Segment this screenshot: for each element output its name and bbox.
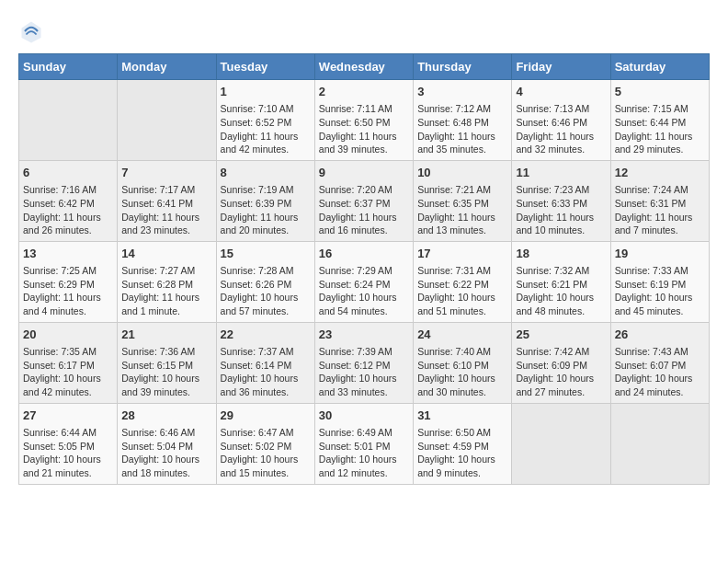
day-of-week-header: Thursday <box>414 54 512 80</box>
day-number: 23 <box>319 327 409 343</box>
day-sun-info: Sunrise: 7:32 AMSunset: 6:21 PMDaylight:… <box>516 264 606 318</box>
day-sun-info: Sunrise: 7:21 AMSunset: 6:35 PMDaylight:… <box>417 183 507 237</box>
day-sun-info: Sunrise: 7:20 AMSunset: 6:37 PMDaylight:… <box>319 183 409 237</box>
day-sun-info: Sunrise: 7:23 AMSunset: 6:33 PMDaylight:… <box>516 183 606 237</box>
day-number: 1 <box>221 84 311 100</box>
day-number: 31 <box>417 408 507 424</box>
day-sun-info: Sunrise: 7:16 AMSunset: 6:42 PMDaylight:… <box>23 183 113 237</box>
calendar-week-row: 13Sunrise: 7:25 AMSunset: 6:29 PMDayligh… <box>19 241 710 322</box>
day-number: 24 <box>417 327 507 343</box>
day-sun-info: Sunrise: 7:33 AMSunset: 6:19 PMDaylight:… <box>615 264 705 318</box>
day-sun-info: Sunrise: 7:12 AMSunset: 6:48 PMDaylight:… <box>417 102 507 156</box>
calendar-week-row: 6Sunrise: 7:16 AMSunset: 6:42 PMDaylight… <box>19 160 710 241</box>
calendar-cell: 18Sunrise: 7:32 AMSunset: 6:21 PMDayligh… <box>512 241 610 322</box>
day-number: 22 <box>221 327 311 343</box>
calendar-cell <box>19 80 118 161</box>
day-number: 20 <box>23 327 113 343</box>
day-sun-info: Sunrise: 7:39 AMSunset: 6:12 PMDaylight:… <box>319 345 409 399</box>
day-number: 28 <box>121 408 211 424</box>
day-number: 12 <box>615 165 705 181</box>
calendar-cell: 28Sunrise: 6:46 AMSunset: 5:04 PMDayligh… <box>118 403 216 484</box>
day-number: 18 <box>516 246 606 262</box>
calendar-cell: 13Sunrise: 7:25 AMSunset: 6:29 PMDayligh… <box>19 241 118 322</box>
day-number: 6 <box>23 165 113 181</box>
day-number: 11 <box>516 165 606 181</box>
calendar-cell: 6Sunrise: 7:16 AMSunset: 6:42 PMDaylight… <box>19 160 118 241</box>
day-sun-info: Sunrise: 7:24 AMSunset: 6:31 PMDaylight:… <box>615 183 705 237</box>
calendar-cell: 21Sunrise: 7:36 AMSunset: 6:15 PMDayligh… <box>118 322 216 403</box>
day-sun-info: Sunrise: 7:28 AMSunset: 6:26 PMDaylight:… <box>221 264 311 318</box>
calendar-cell: 7Sunrise: 7:17 AMSunset: 6:41 PMDaylight… <box>118 160 216 241</box>
calendar-week-row: 20Sunrise: 7:35 AMSunset: 6:17 PMDayligh… <box>19 322 710 403</box>
day-of-week-header: Tuesday <box>216 54 314 80</box>
calendar-week-row: 1Sunrise: 7:10 AMSunset: 6:52 PMDaylight… <box>19 80 710 161</box>
calendar-cell: 30Sunrise: 6:49 AMSunset: 5:01 PMDayligh… <box>314 403 413 484</box>
day-number: 9 <box>319 165 409 181</box>
logo-icon <box>18 18 44 44</box>
calendar-cell: 8Sunrise: 7:19 AMSunset: 6:39 PMDaylight… <box>216 160 314 241</box>
day-sun-info: Sunrise: 6:46 AMSunset: 5:04 PMDaylight:… <box>121 426 211 480</box>
calendar-cell: 26Sunrise: 7:43 AMSunset: 6:07 PMDayligh… <box>610 322 709 403</box>
day-sun-info: Sunrise: 7:42 AMSunset: 6:09 PMDaylight:… <box>516 345 606 399</box>
day-number: 8 <box>221 165 311 181</box>
day-number: 4 <box>516 84 606 100</box>
calendar-cell: 9Sunrise: 7:20 AMSunset: 6:37 PMDaylight… <box>314 160 413 241</box>
day-number: 3 <box>417 84 507 100</box>
calendar-cell: 20Sunrise: 7:35 AMSunset: 6:17 PMDayligh… <box>19 322 118 403</box>
day-of-week-header: Wednesday <box>314 54 413 80</box>
calendar-cell: 29Sunrise: 6:47 AMSunset: 5:02 PMDayligh… <box>216 403 314 484</box>
svg-marker-0 <box>22 22 41 43</box>
calendar-cell: 14Sunrise: 7:27 AMSunset: 6:28 PMDayligh… <box>118 241 216 322</box>
day-number: 16 <box>319 246 409 262</box>
calendar-cell: 19Sunrise: 7:33 AMSunset: 6:19 PMDayligh… <box>610 241 709 322</box>
day-number: 14 <box>121 246 211 262</box>
calendar-cell: 10Sunrise: 7:21 AMSunset: 6:35 PMDayligh… <box>414 160 512 241</box>
day-sun-info: Sunrise: 7:37 AMSunset: 6:14 PMDaylight:… <box>221 345 311 399</box>
day-sun-info: Sunrise: 7:13 AMSunset: 6:46 PMDaylight:… <box>516 102 606 156</box>
logo <box>18 18 48 44</box>
day-number: 30 <box>319 408 409 424</box>
calendar-cell: 22Sunrise: 7:37 AMSunset: 6:14 PMDayligh… <box>216 322 314 403</box>
day-number: 25 <box>516 327 606 343</box>
calendar-cell: 25Sunrise: 7:42 AMSunset: 6:09 PMDayligh… <box>512 322 610 403</box>
day-sun-info: Sunrise: 6:49 AMSunset: 5:01 PMDaylight:… <box>319 426 409 480</box>
page-header <box>18 18 710 44</box>
day-sun-info: Sunrise: 7:40 AMSunset: 6:10 PMDaylight:… <box>417 345 507 399</box>
calendar-cell <box>118 80 216 161</box>
day-sun-info: Sunrise: 7:25 AMSunset: 6:29 PMDaylight:… <box>23 264 113 318</box>
day-sun-info: Sunrise: 7:43 AMSunset: 6:07 PMDaylight:… <box>615 345 705 399</box>
day-number: 17 <box>417 246 507 262</box>
calendar-cell <box>610 403 709 484</box>
day-sun-info: Sunrise: 7:15 AMSunset: 6:44 PMDaylight:… <box>615 102 705 156</box>
day-of-week-header: Monday <box>118 54 216 80</box>
day-sun-info: Sunrise: 7:31 AMSunset: 6:22 PMDaylight:… <box>417 264 507 318</box>
day-sun-info: Sunrise: 7:19 AMSunset: 6:39 PMDaylight:… <box>221 183 311 237</box>
calendar-cell: 2Sunrise: 7:11 AMSunset: 6:50 PMDaylight… <box>314 80 413 161</box>
day-sun-info: Sunrise: 6:47 AMSunset: 5:02 PMDaylight:… <box>221 426 311 480</box>
day-sun-info: Sunrise: 7:17 AMSunset: 6:41 PMDaylight:… <box>121 183 211 237</box>
day-number: 27 <box>23 408 113 424</box>
day-sun-info: Sunrise: 7:10 AMSunset: 6:52 PMDaylight:… <box>221 102 311 156</box>
day-number: 7 <box>121 165 211 181</box>
day-number: 21 <box>121 327 211 343</box>
day-sun-info: Sunrise: 6:50 AMSunset: 4:59 PMDaylight:… <box>417 426 507 480</box>
calendar-table: SundayMondayTuesdayWednesdayThursdayFrid… <box>18 53 710 485</box>
day-of-week-header: Sunday <box>19 54 118 80</box>
calendar-cell: 27Sunrise: 6:44 AMSunset: 5:05 PMDayligh… <box>19 403 118 484</box>
day-sun-info: Sunrise: 7:29 AMSunset: 6:24 PMDaylight:… <box>319 264 409 318</box>
calendar-cell: 17Sunrise: 7:31 AMSunset: 6:22 PMDayligh… <box>414 241 512 322</box>
day-sun-info: Sunrise: 7:36 AMSunset: 6:15 PMDaylight:… <box>121 345 211 399</box>
calendar-week-row: 27Sunrise: 6:44 AMSunset: 5:05 PMDayligh… <box>19 403 710 484</box>
calendar-cell: 23Sunrise: 7:39 AMSunset: 6:12 PMDayligh… <box>314 322 413 403</box>
calendar-cell: 1Sunrise: 7:10 AMSunset: 6:52 PMDaylight… <box>216 80 314 161</box>
calendar-cell: 4Sunrise: 7:13 AMSunset: 6:46 PMDaylight… <box>512 80 610 161</box>
calendar-cell <box>512 403 610 484</box>
day-number: 29 <box>221 408 311 424</box>
day-of-week-header: Saturday <box>610 54 709 80</box>
calendar-cell: 31Sunrise: 6:50 AMSunset: 4:59 PMDayligh… <box>414 403 512 484</box>
calendar-cell: 16Sunrise: 7:29 AMSunset: 6:24 PMDayligh… <box>314 241 413 322</box>
day-sun-info: Sunrise: 7:35 AMSunset: 6:17 PMDaylight:… <box>23 345 113 399</box>
day-number: 26 <box>615 327 705 343</box>
day-sun-info: Sunrise: 6:44 AMSunset: 5:05 PMDaylight:… <box>23 426 113 480</box>
day-of-week-header: Friday <box>512 54 610 80</box>
